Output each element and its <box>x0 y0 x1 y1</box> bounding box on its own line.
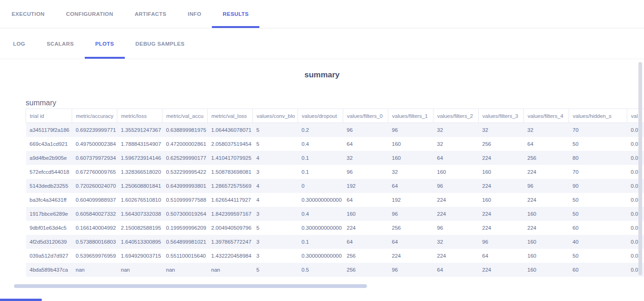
top-navigation: EXECUTIONCONFIGURATIONARTIFACTSINFORESUL… <box>0 0 644 28</box>
plots-panel: summary summary trial idmetric/accuracym… <box>0 59 644 301</box>
table-cell: 0.551100015640 <box>163 249 208 263</box>
table-clip-region: trial idmetric/accuracymetric/lossmetric… <box>26 109 644 277</box>
table-cell: 0.625299990177 <box>163 151 208 165</box>
column-header: values/filters_2 <box>434 109 479 123</box>
tab-artifacts[interactable]: ARTIFACTS <box>124 0 177 28</box>
table-cell: 64 <box>343 137 388 151</box>
table-cell: 1.564307332038 <box>117 207 163 221</box>
table-cell: 50 <box>569 249 627 263</box>
column-header: values/filters_4 <box>524 109 569 123</box>
table-cell: 0.605840027332 <box>72 207 117 221</box>
table-cell: 96 <box>524 179 569 193</box>
table-cell: 4 <box>253 179 298 193</box>
table-cell: 160 <box>524 235 569 249</box>
table-cell: 4 <box>253 193 298 207</box>
table-cell: 160 <box>524 207 569 221</box>
table-cell: 160 <box>388 151 434 165</box>
table-cell: 0.4 <box>298 207 343 221</box>
table-cell: 64 <box>343 235 388 249</box>
table-cell: 160 <box>479 165 524 179</box>
table-cell: 0.472000002861 <box>163 137 208 151</box>
subtab-scalars[interactable]: SCALARS <box>36 28 84 59</box>
table-cell: 0.300000000000 <box>298 193 343 207</box>
top-tabs: EXECUTIONCONFIGURATIONARTIFACTSINFORESUL… <box>1 0 259 28</box>
table-row: 669c43a1cd9210.4975000023841.78884315490… <box>26 137 644 151</box>
plot-title: summary <box>0 59 644 80</box>
results-subnav: LOGSCALARSPLOTSDEBUG SAMPLES <box>0 28 644 59</box>
table-row: 4bda589b437canannannannan50.525696642241… <box>26 263 644 277</box>
table-row: a9d4fbe2b905e0.6073799729341.59672391414… <box>26 151 644 165</box>
table-cell: 256 <box>388 221 434 235</box>
content-vertical-scrollbar-thumb[interactable] <box>638 62 642 275</box>
table-cell: 96 <box>479 235 524 249</box>
table-cell: 1.602676510810 <box>117 193 163 207</box>
table-cell: 192 <box>388 193 434 207</box>
plot-card: summary summary trial idmetric/accuracym… <box>0 59 644 301</box>
table-cell: 96 <box>343 123 388 137</box>
table-cell: 224 <box>434 207 479 221</box>
table-cell: 5 <box>253 137 298 151</box>
table-cell: 256 <box>524 151 569 165</box>
table-cell: 64 <box>524 137 569 151</box>
table-cell: 32 <box>524 123 569 137</box>
table-cell: 256 <box>343 263 388 277</box>
subtab-debug-samples[interactable]: DEBUG SAMPLES <box>125 28 196 59</box>
results-subtabs: LOGSCALARSPLOTSDEBUG SAMPLES <box>2 28 195 59</box>
table-cell: 32 <box>434 123 479 137</box>
table-cell: 70 <box>569 123 627 137</box>
table-cell: 1.842399597167 <box>208 207 253 221</box>
table-cell: 64 <box>434 151 479 165</box>
table-cell: 224 <box>343 221 388 235</box>
table-cell: 1.250608801841 <box>117 179 163 193</box>
table-cell: 0.539659976959 <box>72 249 117 263</box>
table-cell: 1917bbce6289e <box>26 207 72 221</box>
tab-results[interactable]: RESULTS <box>212 0 259 28</box>
tab-configuration[interactable]: CONFIGURATION <box>55 0 124 28</box>
table-row: ba3fc4a34631ff0.6040999889371.6026765108… <box>26 193 644 207</box>
table-row: 4f2d5d31206390.5738800168031.64051330089… <box>26 235 644 249</box>
column-header: trial id <box>26 109 72 123</box>
tab-info[interactable]: INFO <box>177 0 212 28</box>
table-cell: 192 <box>343 179 388 193</box>
table-cell: 224 <box>479 179 524 193</box>
column-header: metric/accuracy <box>72 109 117 123</box>
table-cell: 0.2 <box>298 123 343 137</box>
table-cell: 2.058037519454 <box>208 137 253 151</box>
table-horizontal-scrollbar-thumb[interactable] <box>14 284 367 288</box>
table-cell: 3 <box>253 249 298 263</box>
column-header: values/hidden_s <box>569 109 627 123</box>
table-cell: 1.508783698081 <box>208 165 253 179</box>
table-cell: 224 <box>479 151 524 165</box>
table-cell: 64 <box>479 249 524 263</box>
content-vertical-scrollbar <box>637 59 644 301</box>
table-cell: 0.607379972934 <box>72 151 117 165</box>
page-horizontal-scrollbar-thumb[interactable] <box>0 299 42 301</box>
column-header: values/filters_1 <box>388 109 434 123</box>
table-cell: 160 <box>434 165 479 179</box>
table-cell: 160 <box>343 207 388 221</box>
table-cell: 0.692239999771 <box>72 123 117 137</box>
table-row: 572efccd5440180.6727600097651.3283665180… <box>26 165 644 179</box>
tab-execution[interactable]: EXECUTION <box>1 0 55 28</box>
table-cell: 160 <box>524 263 569 277</box>
subtab-log[interactable]: LOG <box>2 28 36 59</box>
table-cell: ba3fc4a34631ff <box>26 193 72 207</box>
table-cell: 96 <box>388 263 434 277</box>
subtab-plots[interactable]: PLOTS <box>85 28 125 59</box>
table-cell: 64 <box>388 179 434 193</box>
table-cell: 5143dedb23255 <box>26 179 72 193</box>
table-row: 5143dedb232550.7202600240701.25060880184… <box>26 179 644 193</box>
table-cell: 0.638899981975 <box>163 123 208 137</box>
table-cell: 224 <box>479 221 524 235</box>
table-cell: 1.286572575569 <box>208 179 253 193</box>
table-cell: nan <box>117 263 163 277</box>
table-cell: 0.166140004992 <box>72 221 117 235</box>
table-cell: 224 <box>388 249 434 263</box>
table-cell: 1.328366518020 <box>117 165 163 179</box>
table-cell: 0.510999977588 <box>163 193 208 207</box>
table-cell: 1.626544117927 <box>208 193 253 207</box>
table-cell: 0.672760009765 <box>72 165 117 179</box>
table-row: 1917bbce6289e0.6058400273321.56430733203… <box>26 207 644 221</box>
table-cell: a3451179f2a186 <box>26 123 72 137</box>
table-cell: 3 <box>253 207 298 221</box>
